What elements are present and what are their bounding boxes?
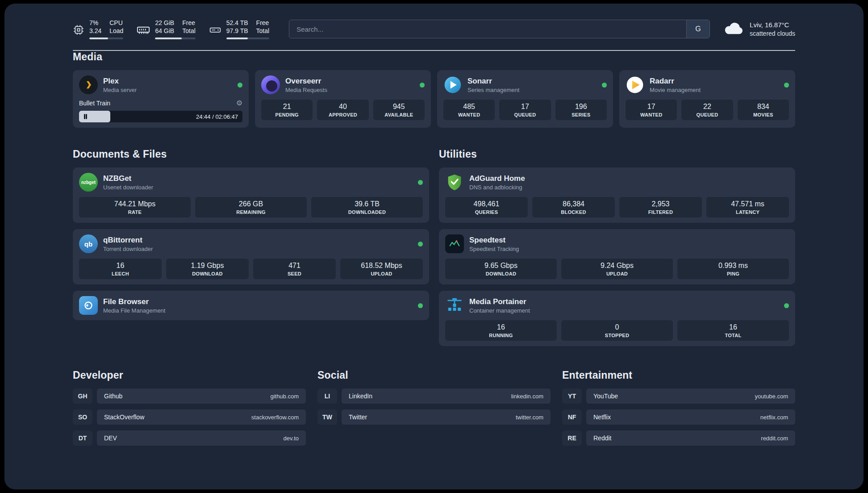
stat-box: 0.993 ms PING	[677, 259, 789, 279]
app-name: Media Portainer	[469, 297, 530, 306]
stat-box: 9.65 Gbps DOWNLOAD	[445, 259, 557, 279]
app-subtitle: Media Requests	[285, 87, 327, 93]
stat-box: 39.6 TB DOWNLOADED	[311, 197, 423, 217]
stat-value: 0.993 ms	[679, 262, 787, 270]
bookmark-url: youtube.com	[755, 393, 788, 400]
search-input[interactable]	[289, 20, 686, 38]
section-title-documents: Documents & Files	[73, 148, 429, 160]
app-card-filebrowser[interactable]: File Browser Media File Management	[73, 291, 429, 320]
cpu-label2: Load	[109, 27, 123, 35]
dashboard-panel: 7% 3.24 CPU Load	[4, 4, 864, 489]
stat-value: 86,384	[534, 200, 613, 208]
stat-label: LATENCY	[708, 209, 787, 215]
section-title-social: Social	[317, 369, 551, 381]
app-card-nzbget[interactable]: nzbget NZBGet Usenet downloader 744.21 M…	[73, 167, 429, 223]
app-name: Sonarr	[467, 77, 519, 86]
plex-now-playing-widget: Bullet Train ⚙ 24:44 / 02:06:47	[79, 99, 242, 122]
bookmark-link[interactable]: LinkedIn linkedin.com	[342, 389, 551, 404]
stat-label: QUEUED	[501, 112, 549, 117]
stat-label: DOWNLOAD	[168, 271, 247, 276]
stat-value: 16	[81, 262, 160, 270]
stat-value: 0	[563, 323, 671, 331]
playback-progress-bar[interactable]: 24:44 / 02:06:47	[79, 111, 242, 122]
bookmark-abbr: YT	[562, 389, 582, 404]
memory-label2: Total	[182, 27, 196, 35]
stat-value: 47.571 ms	[708, 200, 787, 208]
app-name: Overseerr	[285, 77, 327, 86]
storage-progress-bar	[226, 38, 269, 39]
stats-row: 498,461 QUERIES 86,384 BLOCKED 2,953 FIL…	[445, 197, 789, 217]
stats-row: 9.65 Gbps DOWNLOAD 9.24 Gbps UPLOAD 0.99…	[445, 259, 789, 279]
stat-value: 17	[627, 103, 675, 111]
stat-box: 86,384 BLOCKED	[532, 197, 615, 217]
stat-box: 17 WANTED	[626, 100, 677, 120]
stat-label: UPLOAD	[342, 271, 421, 276]
bookmark-abbr: SO	[73, 409, 92, 425]
stats-row: 16 RUNNING 0 STOPPED 16 TOTAL	[445, 320, 789, 341]
stat-label: SEED	[255, 271, 334, 276]
stat-label: MOVIES	[739, 112, 787, 117]
app-card-qbittorrent[interactable]: qb qBittorrent Torrent downloader 16 LEE…	[73, 229, 429, 284]
pause-icon[interactable]	[84, 114, 87, 119]
bookmark-abbr: TW	[317, 409, 337, 425]
storage-label2: Total	[256, 27, 270, 35]
app-subtitle: Torrent downloader	[103, 246, 153, 252]
social-column: Social LI LinkedIn linkedin.com TW Twitt…	[317, 369, 551, 446]
now-playing-title: Bullet Train	[79, 100, 110, 107]
bookmark-abbr: NF	[562, 409, 582, 425]
header-divider	[73, 50, 795, 51]
stat-value: 266 GB	[197, 200, 305, 208]
stats-row: 17 WANTED 22 QUEUED 834 MOVIES	[626, 100, 789, 120]
app-card-speedtest[interactable]: Speedtest Speedtest Tracking 9.65 Gbps D…	[439, 229, 795, 284]
bookmark-link[interactable]: Netflix netflix.com	[586, 409, 795, 425]
bookmark-row: DT DEV dev.to	[73, 430, 306, 446]
bookmark-link[interactable]: YouTube youtube.com	[586, 389, 795, 404]
stat-box: 16 TOTAL	[677, 320, 789, 341]
app-subtitle: Series management	[467, 87, 519, 93]
app-name: Radarr	[650, 77, 701, 86]
app-card-adguard[interactable]: AdGuard Home DNS and adblocking 498,461 …	[439, 167, 795, 223]
app-name: File Browser	[103, 297, 165, 306]
app-card-plex[interactable]: Plex Media server Bullet Train ⚙ 24:44 /…	[73, 70, 249, 128]
cpu-icon	[73, 21, 84, 39]
bookmark-link[interactable]: StackOverflow stackoverflow.com	[97, 409, 306, 425]
gear-icon[interactable]: ⚙	[236, 99, 242, 107]
status-dot	[418, 242, 423, 246]
status-dot	[420, 83, 425, 88]
app-name: NZBGet	[103, 174, 153, 183]
stat-label: UPLOAD	[563, 271, 671, 276]
bookmark-name: YouTube	[593, 393, 618, 400]
bookmark-link[interactable]: Reddit reddit.com	[586, 430, 795, 446]
bookmark-url: twitter.com	[516, 414, 543, 421]
stat-value: 1.19 Gbps	[168, 262, 247, 270]
stat-label: RUNNING	[447, 333, 555, 338]
bookmark-name: Twitter	[349, 414, 367, 421]
stat-value: 945	[375, 103, 423, 111]
entertainment-bookmarks: YT YouTube youtube.com NF Netflix netfli…	[562, 389, 795, 446]
section-title-entertainment: Entertainment	[562, 369, 795, 381]
bookmark-row: TW Twitter twitter.com	[317, 409, 551, 425]
documents-column: Documents & Files nzbget NZBGet Usenet d…	[73, 148, 429, 346]
search-engine-button[interactable]: G	[686, 20, 709, 38]
bookmark-abbr: DT	[73, 430, 92, 446]
bookmark-link[interactable]: Github github.com	[97, 389, 306, 404]
bookmark-link[interactable]: Twitter twitter.com	[342, 409, 551, 425]
app-card-radarr[interactable]: Radarr Movie management 17 WANTED 22 QUE…	[619, 70, 795, 128]
app-card-sonarr[interactable]: Sonarr Series management 485 WANTED 17 Q…	[437, 70, 613, 128]
app-card-overseerr[interactable]: Overseerr Media Requests 21 PENDING 40 A…	[255, 70, 431, 128]
storage-free: 52.4 TB	[226, 19, 248, 27]
stat-box: 744.21 Mbps RATE	[79, 197, 191, 217]
cpu-usage: 7%	[89, 19, 101, 27]
stat-box: 0 STOPPED	[561, 320, 673, 341]
app-subtitle: Movie management	[650, 87, 701, 93]
bookmark-link[interactable]: DEV dev.to	[97, 430, 306, 446]
cpu-label: CPU	[109, 19, 123, 27]
stat-value: 16	[447, 323, 555, 331]
storage-widget: 52.4 TB 97.9 TB Free Total	[209, 19, 269, 39]
bookmark-name: Netflix	[593, 414, 611, 421]
status-dot	[238, 83, 242, 88]
stat-value: 21	[263, 103, 311, 111]
app-card-portainer[interactable]: Media Portainer Container management 16 …	[439, 291, 795, 346]
stat-box: 40 APPROVED	[317, 100, 368, 120]
bookmark-row: YT YouTube youtube.com	[562, 389, 795, 404]
